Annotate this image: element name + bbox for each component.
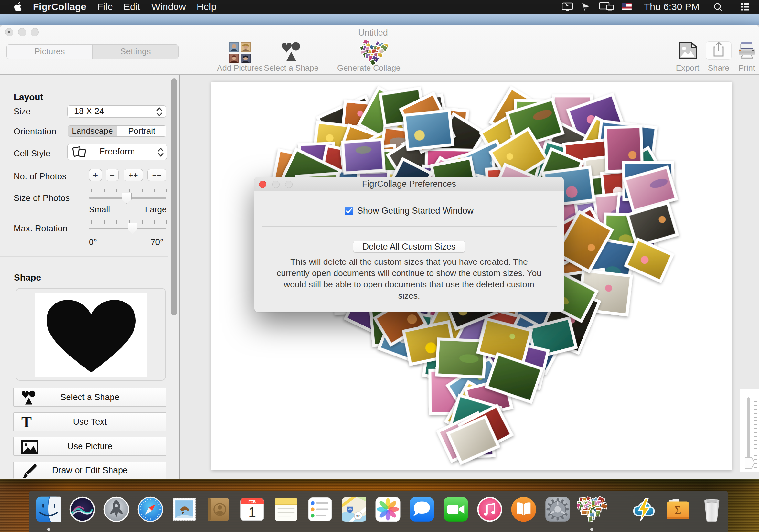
- svg-text:280: 280: [348, 508, 352, 510]
- svg-text:1: 1: [248, 504, 256, 520]
- svg-text:3D: 3D: [356, 514, 361, 518]
- svg-text:Σ: Σ: [675, 504, 681, 517]
- svg-text:FEB: FEB: [249, 500, 256, 504]
